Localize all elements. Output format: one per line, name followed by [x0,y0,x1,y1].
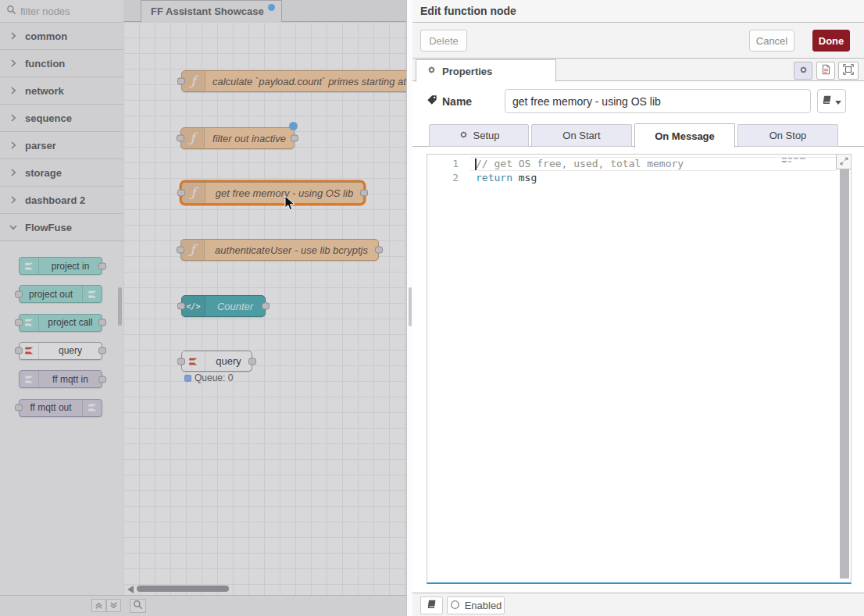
node-port-right[interactable] [98,319,106,326]
tab-properties[interactable]: Properties [416,59,556,82]
done-button[interactable]: Done [812,30,850,52]
collapse-all-button[interactable] [91,599,106,612]
flow-node-query[interactable]: query [181,351,252,372]
tray-tab-bar: Properties [412,59,864,81]
name-row: Name [412,83,864,120]
h-scroll-left-arrow[interactable] [127,586,134,593]
node-port-right[interactable] [262,303,270,310]
palette-node-project-call[interactable]: project call [19,314,102,332]
node-port-left[interactable] [177,358,185,365]
code-editor[interactable]: 12 // get OS free, used, total memoryret… [427,154,852,584]
chevron-right-icon [9,114,17,122]
tag-icon [427,94,437,108]
name-library-button[interactable] [817,89,846,113]
double-chevron-down-icon [109,599,118,613]
node-label: Counter [205,296,265,316]
palette-sidebar: commonfunctionnetworksequenceparserstora… [0,0,123,616]
code-token: msg [512,172,537,183]
node-label: query [205,351,252,371]
flow-node-calculate-payload-count-primes-starting-at-p[interactable]: ƒcalculate `payload.count` primes starti… [181,70,406,92]
flow-node-authenticateuser-use-lib-bcryptjs[interactable]: ƒauthenticateUser - use lib bcryptjs [180,239,379,261]
palette-node-label: project in [39,258,102,274]
flow-node-filter-out-inactive[interactable]: ƒfilter out inactive [180,127,295,149]
tray-footer: Enabled [412,593,864,616]
node-port-right[interactable] [98,376,106,383]
edit-description-button[interactable] [816,62,835,80]
node-port-right[interactable] [248,358,256,365]
document-icon [821,64,831,78]
edit-properties-button[interactable] [794,62,812,80]
palette-category-dashboard-2[interactable]: dashboard 2 [0,187,123,214]
tab-on-message[interactable]: On Message [634,123,735,148]
palette-node-ff-mqtt-out[interactable]: ff mqtt out [19,399,102,417]
palette-node-label: project out [20,286,82,302]
node-port-right[interactable] [98,347,106,354]
tab-ff-assistant-showcase[interactable]: FF Assistant Showcase [141,0,282,22]
flow-node-get-free-memory-using-os-lib[interactable]: ƒget free memory - using OS lib [181,182,364,204]
code-line-1[interactable]: // get OS free, used, total memory [476,157,684,171]
edit-tray: Edit function node Delete Cancel Done Pr… [406,0,864,616]
palette-category-sequence[interactable]: sequence [0,105,123,132]
chevron-right-icon [9,87,17,94]
palette-category-network[interactable]: network [0,77,123,105]
palette-category-parser[interactable]: parser [0,132,123,159]
node-port-right[interactable] [291,135,298,142]
node-port-left[interactable] [15,290,23,297]
flow-canvas[interactable]: FF Assistant Showcase ƒcalculate `payloa… [123,0,406,616]
node-port-right[interactable] [375,247,383,254]
delete-button[interactable]: Delete [420,30,467,52]
palette-node-ff-mqtt-in[interactable]: ff mqtt in [19,370,102,388]
flowfuse-logo-icon [182,351,205,371]
node-changed-dot [289,122,298,130]
node-port-right[interactable] [360,190,368,197]
palette-categories: commonfunctionnetworksequenceparserstora… [0,23,123,241]
name-input[interactable] [505,89,811,113]
node-port-left[interactable] [177,135,184,142]
palette-node-project-in[interactable]: project in [19,257,102,275]
node-port-right[interactable] [98,262,106,269]
resize-grip [409,287,412,326]
function-icon: ƒ [182,71,205,91]
flowfuse-logo-icon [82,286,102,302]
tab-on-stop[interactable]: On Stop [737,124,838,147]
palette-category-flowfuse[interactable]: FlowFuse [0,214,123,241]
canvas-search-button[interactable] [130,599,146,613]
palette-node-label: project call [39,315,102,331]
palette-node-list: project inproject outproject callqueryff… [0,242,123,595]
tab-setup[interactable]: Setup [429,124,529,147]
editor-expand-button[interactable] [836,155,851,169]
flow-node-counter[interactable]: </>Counter [181,295,266,317]
palette-scrollbar[interactable] [118,287,122,326]
node-port-left[interactable] [177,303,185,310]
h-scrollbar-thumb[interactable] [137,586,229,592]
editor-scrollbar[interactable] [840,169,849,579]
workspace-region: commonfunctionnetworksequenceparserstora… [0,0,406,616]
node-port-left[interactable] [177,190,185,197]
palette-node-project-out[interactable]: project out [19,285,102,303]
node-port-left[interactable] [15,347,23,354]
edit-appearance-button[interactable] [838,62,859,80]
flow-tab-label: FF Assistant Showcase [151,5,264,17]
node-port-left[interactable] [15,319,23,326]
palette-category-function[interactable]: function [0,50,123,77]
library-button[interactable] [420,596,443,614]
palette-footer [0,595,123,616]
palette-node-query[interactable]: query [19,342,102,360]
palette-category-storage[interactable]: storage [0,159,123,187]
search-icon [6,4,16,18]
tab-on-start[interactable]: On Start [531,124,632,147]
node-port-left[interactable] [177,78,185,85]
expand-all-button[interactable] [106,599,121,612]
node-port-left[interactable] [177,247,184,254]
tray-resize-handle[interactable] [406,0,412,616]
editor-minimap[interactable] [782,157,809,168]
enabled-toggle-button[interactable]: Enabled [447,596,505,614]
canvas-footer [123,595,406,616]
code-line-2[interactable]: return msg [476,171,537,185]
cancel-button[interactable]: Cancel [749,30,794,52]
palette-node-label: query [39,343,102,359]
palette-category-common[interactable]: common [0,23,123,50]
tray-panel: Edit function node Delete Cancel Done Pr… [412,0,864,616]
palette-filter-input[interactable] [20,5,106,17]
node-port-left[interactable] [15,404,23,411]
